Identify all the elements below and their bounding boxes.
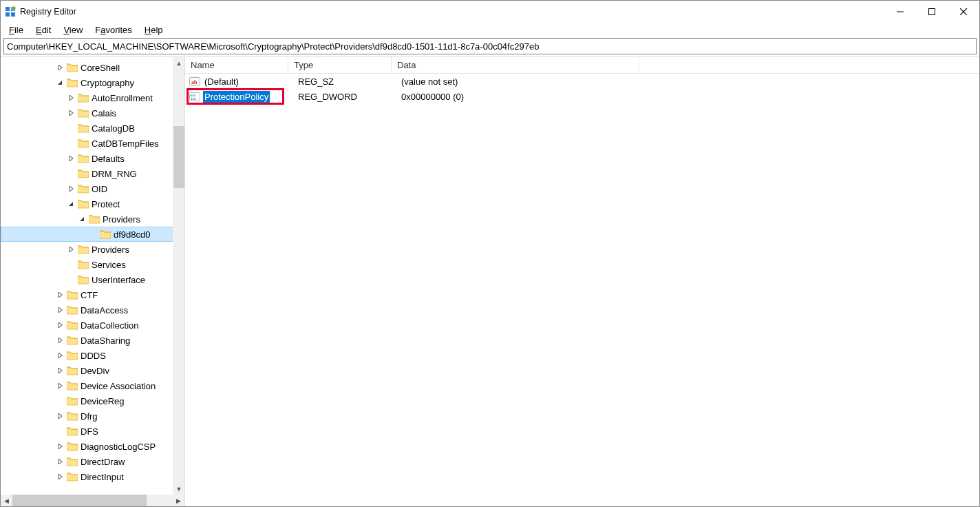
menu-favorites[interactable]: Favorites xyxy=(89,24,137,36)
folder-icon xyxy=(78,274,89,285)
scroll-right-icon[interactable]: ▶ xyxy=(173,495,184,506)
scroll-thumb-h[interactable] xyxy=(12,495,147,506)
svg-rect-6 xyxy=(929,8,935,14)
scroll-left-icon[interactable]: ◀ xyxy=(1,495,12,506)
tree-node[interactable]: DiagnosticLogCSP xyxy=(1,439,184,454)
tree-node[interactable]: df9d8cd0 xyxy=(1,227,184,242)
tree-node-label: DataAccess xyxy=(81,305,128,315)
spacer xyxy=(56,426,65,436)
menu-edit[interactable]: Edit xyxy=(30,24,56,36)
chevron-right-icon[interactable] xyxy=(67,154,76,163)
tree-node-label: DataSharing xyxy=(81,335,130,346)
tree-node[interactable]: CatalogDB xyxy=(1,121,184,136)
chevron-right-icon[interactable] xyxy=(56,63,65,72)
tree-node-label: UserInterface xyxy=(92,275,145,285)
chevron-right-icon[interactable] xyxy=(56,442,65,451)
address-bar[interactable]: Computer\HKEY_LOCAL_MACHINE\SOFTWARE\Mic… xyxy=(3,38,977,54)
tree-node[interactable]: Providers xyxy=(1,242,184,257)
tree-node[interactable]: UserInterface xyxy=(1,272,184,287)
tree-node[interactable]: DirectDraw xyxy=(1,454,184,469)
chevron-right-icon[interactable] xyxy=(56,472,65,482)
tree-node-label: CoreShell xyxy=(81,63,120,73)
chevron-right-icon[interactable] xyxy=(56,366,65,375)
scroll-down-icon[interactable]: ▼ xyxy=(173,483,184,495)
tree-node-label: AutoEnrollment xyxy=(92,93,153,103)
tree-node[interactable]: Calais xyxy=(1,105,184,121)
value-row[interactable]: ProtectionPolicyREG_DWORD0x00000000 (0) xyxy=(185,89,979,104)
tree-node[interactable]: AutoEnrollment xyxy=(1,90,184,105)
tree-node-label: Device Association xyxy=(81,381,156,391)
column-header-data[interactable]: Data xyxy=(392,57,639,73)
tree-node[interactable]: Protect xyxy=(1,196,184,211)
folder-icon xyxy=(78,138,89,149)
tree-node[interactable]: DataAccess xyxy=(1,302,184,318)
menu-help[interactable]: Help xyxy=(139,24,169,36)
column-header-name[interactable]: Name xyxy=(185,57,288,73)
tree-node[interactable]: OID xyxy=(1,181,184,196)
tree-node[interactable]: DirectInput xyxy=(1,469,184,484)
chevron-right-icon[interactable] xyxy=(67,108,76,118)
tree-node-label: DiagnosticLogCSP xyxy=(81,442,156,452)
tree-node-label: DataCollection xyxy=(81,320,139,331)
chevron-down-icon[interactable] xyxy=(56,78,65,87)
chevron-right-icon[interactable] xyxy=(56,351,65,360)
tree-scroll[interactable]: CoreShellCryptographyAutoEnrollmentCalai… xyxy=(1,57,184,495)
minimize-button[interactable] xyxy=(884,1,916,22)
reg-dword-icon xyxy=(189,91,200,102)
tree-node[interactable]: Defaults xyxy=(1,151,184,166)
chevron-right-icon[interactable] xyxy=(56,335,65,345)
folder-icon xyxy=(67,350,78,361)
tree-node-label: DevDiv xyxy=(81,366,109,376)
tree-node[interactable]: DDDS xyxy=(1,348,184,363)
tree-node[interactable]: Dfrg xyxy=(1,408,184,424)
tree-node[interactable]: DevDiv xyxy=(1,363,184,378)
column-header-type[interactable]: Type xyxy=(288,57,392,73)
tree-node-label: OID xyxy=(92,184,107,194)
body-split: CoreShellCryptographyAutoEnrollmentCalai… xyxy=(1,56,979,506)
menu-view[interactable]: View xyxy=(58,24,88,36)
chevron-right-icon[interactable] xyxy=(56,320,65,330)
chevron-down-icon[interactable] xyxy=(78,214,87,224)
tree-node-label: CatDBTempFiles xyxy=(92,138,159,149)
chevron-right-icon[interactable] xyxy=(56,411,65,421)
chevron-right-icon[interactable] xyxy=(56,305,65,315)
tree-node-label: DFS xyxy=(81,426,98,437)
chevron-right-icon[interactable] xyxy=(67,93,76,103)
tree-node[interactable]: DFS xyxy=(1,424,184,439)
chevron-down-icon[interactable] xyxy=(67,199,76,209)
tree-node[interactable]: CatDBTempFiles xyxy=(1,136,184,151)
tree-vertical-scrollbar[interactable]: ▲ ▼ xyxy=(173,57,184,495)
maximize-button[interactable] xyxy=(916,1,948,22)
value-row[interactable]: (Default)REG_SZ(value not set) xyxy=(185,74,979,89)
tree-node[interactable]: DataCollection xyxy=(1,318,184,333)
folder-icon xyxy=(78,259,89,270)
menu-file[interactable]: File xyxy=(3,24,29,36)
folder-icon xyxy=(67,289,78,300)
chevron-right-icon[interactable] xyxy=(56,381,65,391)
tree-node[interactable]: Cryptography xyxy=(1,75,184,90)
tree-node-label: DirectInput xyxy=(81,472,124,482)
tree-node-label: Protect xyxy=(92,199,120,209)
list-body[interactable]: (Default)REG_SZ(value not set)Protection… xyxy=(185,74,979,506)
tree-node[interactable]: DRM_RNG xyxy=(1,166,184,181)
tree-node[interactable]: CTF xyxy=(1,287,184,302)
tree-node[interactable]: CoreShell xyxy=(1,60,184,75)
tree-node[interactable]: DataSharing xyxy=(1,333,184,348)
titlebar: Registry Editor xyxy=(1,1,979,22)
close-button[interactable] xyxy=(948,1,979,22)
tree-node-label: CTF xyxy=(81,290,98,300)
window-controls xyxy=(884,1,979,22)
chevron-right-icon[interactable] xyxy=(56,290,65,300)
chevron-right-icon[interactable] xyxy=(67,184,76,194)
chevron-right-icon[interactable] xyxy=(67,245,76,254)
chevron-right-icon[interactable] xyxy=(56,457,65,466)
tree-node-label: Services xyxy=(92,260,126,270)
tree-node[interactable]: Providers xyxy=(1,211,184,227)
folder-icon xyxy=(67,365,78,376)
scroll-thumb[interactable] xyxy=(173,126,184,188)
tree-node[interactable]: Device Association xyxy=(1,378,184,393)
tree-node[interactable]: Services xyxy=(1,257,184,272)
tree-node[interactable]: DeviceReg xyxy=(1,393,184,408)
scroll-up-icon[interactable]: ▲ xyxy=(173,57,184,69)
tree-horizontal-scrollbar[interactable]: ◀ ▶ xyxy=(1,495,184,506)
